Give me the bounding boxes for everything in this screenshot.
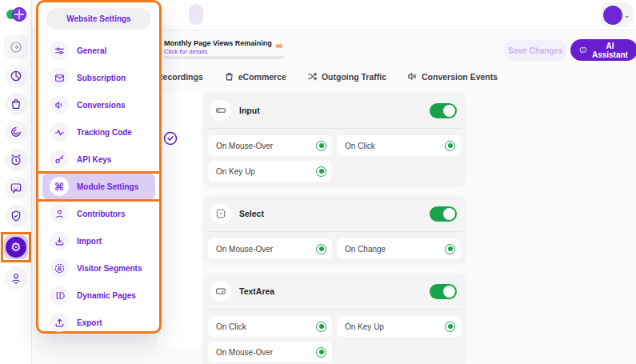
section-title: Select (239, 209, 422, 218)
tab-outgoing-traffic[interactable]: Outgoing Traffic (307, 71, 386, 82)
menu-item-module-settings[interactable]: ⌘ Module Settings (42, 173, 155, 200)
check-circle-icon (162, 130, 178, 146)
settings-gear-icon[interactable]: ⚙ (4, 235, 28, 259)
mail-icon (50, 68, 69, 87)
app-logo[interactable] (6, 5, 27, 24)
logo-purple-dot (12, 7, 26, 22)
export-icon (50, 313, 69, 332)
input-toggle[interactable] (430, 103, 457, 118)
chat-bubble-icon (579, 46, 587, 55)
option-label: On Mouse-Over (216, 245, 273, 254)
section-input: Input On Mouse-Over On Click On Key Up (202, 92, 466, 187)
speaker-alert-icon (50, 95, 69, 114)
menu-item-conversions[interactable]: Conversions (42, 91, 155, 118)
menu-item-label: API Keys (77, 155, 111, 164)
radio-selected-icon[interactable] (445, 244, 455, 254)
tab-recordings[interactable]: Recordings (157, 72, 203, 82)
infinity-quota: ∞ (276, 40, 283, 51)
save-changes-button[interactable]: Save Changes (504, 40, 567, 61)
menu-item-contributors[interactable]: Contributors (42, 200, 155, 227)
shield-check-icon[interactable] (5, 205, 27, 227)
menu-item-tracking-code[interactable]: Tracking Code (42, 118, 155, 146)
alarm-icon[interactable] (5, 149, 27, 171)
radio-selected-icon[interactable] (445, 322, 455, 332)
website-settings-menu: Website Settings General Subscription Co… (36, 0, 162, 334)
tab-label: Conversion Events (422, 72, 498, 82)
usage-progress-bar (164, 56, 284, 59)
account-menu[interactable]: ⌄ (601, 2, 633, 27)
import-icon (50, 231, 69, 250)
bag-icon (224, 71, 234, 82)
menu-item-label: Tracking Code (77, 128, 132, 137)
option-on-click[interactable]: On Click (208, 316, 332, 337)
speaker-icon (407, 71, 418, 82)
menu-item-label: Import (77, 237, 102, 246)
menu-item-general[interactable]: General (42, 37, 155, 64)
menu-item-label: Module Settings (77, 182, 138, 191)
menu-item-label: Dynamic Pages (77, 291, 136, 300)
radio-selected-icon[interactable] (316, 166, 326, 177)
menu-item-label: General (77, 46, 106, 55)
module-settings-list: Input On Mouse-Over On Click On Key Up (202, 92, 466, 364)
option-label: On Mouse-Over (216, 142, 273, 150)
usage-meter[interactable]: Monthly Page Views Remaining Click for d… (164, 39, 272, 55)
shopping-bag-icon[interactable] (5, 93, 27, 115)
swirl-icon[interactable] (5, 121, 27, 143)
tab-conversion-events[interactable]: Conversion Events (407, 71, 498, 82)
left-icon-rail: ⚙ (0, 0, 32, 364)
chevron-down-icon: ⌄ (624, 11, 630, 19)
usage-details-link[interactable]: Click for details (164, 48, 272, 55)
menu-item-subscription[interactable]: Subscription (42, 64, 155, 91)
hidden-header-pill (189, 4, 203, 25)
menu-item-export[interactable]: Export (42, 309, 155, 336)
tab-label: Recordings (157, 72, 203, 82)
option-label: On Key Up (345, 322, 384, 331)
menu-item-label: Visitor Segments (77, 264, 142, 273)
menu-item-api-keys[interactable]: API Keys (42, 146, 155, 173)
pie-chart-icon[interactable] (5, 65, 27, 87)
menu-item-label: Subscription (77, 74, 126, 82)
radio-selected-icon[interactable] (316, 141, 326, 151)
module-tabs: Recordings eCommerce Outgoing Traffic Co… (157, 71, 498, 82)
option-on-mouse-over[interactable]: On Mouse-Over (208, 135, 332, 156)
radio-selected-icon[interactable] (316, 322, 326, 332)
sliders-icon (50, 41, 69, 60)
avatar (603, 6, 622, 25)
option-label: On Click (345, 142, 375, 150)
tab-ecommerce[interactable]: eCommerce (224, 71, 286, 82)
radio-selected-icon[interactable] (316, 347, 326, 358)
option-on-key-up[interactable]: On Key Up (337, 316, 461, 337)
option-on-mouse-over[interactable]: On Mouse-Over (208, 238, 332, 259)
tab-label: Outgoing Traffic (322, 72, 386, 82)
command-icon: ⌘ (50, 177, 69, 196)
radio-selected-icon[interactable] (445, 141, 455, 151)
textarea-toggle[interactable] (430, 284, 457, 299)
chat-icon[interactable] (5, 177, 27, 199)
menu-item-import[interactable]: Import (42, 227, 155, 254)
ai-assistant-button[interactable]: AI Assistant (570, 39, 636, 61)
option-label: On Click (216, 322, 246, 331)
option-on-mouse-over[interactable]: On Mouse-Over (208, 342, 332, 362)
section-select: Select On Mouse-Over On Change (202, 195, 466, 265)
option-label: On Change (345, 245, 386, 254)
menu-title: Website Settings (46, 8, 151, 30)
key-icon (50, 150, 69, 169)
menu-item-dynamic-pages[interactable]: Dynamic Pages (42, 282, 155, 309)
option-label: On Mouse-Over (216, 348, 273, 357)
radio-selected-icon[interactable] (316, 244, 326, 254)
gear-glyph: ⚙ (6, 237, 26, 258)
select-toggle[interactable] (430, 206, 457, 222)
menu-item-label: Export (77, 318, 102, 327)
person-pin-icon[interactable] (5, 267, 27, 290)
command-glyph: ⌘ (54, 181, 64, 193)
section-title: TextArea (239, 286, 422, 296)
option-on-click[interactable]: On Click (337, 135, 461, 156)
ai-assistant-label: AI Assistant (591, 42, 629, 59)
option-on-change[interactable]: On Change (337, 238, 461, 259)
section-textarea: TextArea On Click On Key Up On Mouse-Ove… (202, 273, 466, 364)
option-on-key-up[interactable]: On Key Up (208, 161, 332, 182)
module-list-panel (158, 92, 202, 348)
collapse-sidebar-icon[interactable] (4, 35, 28, 59)
menu-item-visitor-segments[interactable]: Visitor Segments (42, 254, 155, 282)
option-label: On Key Up (216, 167, 255, 176)
